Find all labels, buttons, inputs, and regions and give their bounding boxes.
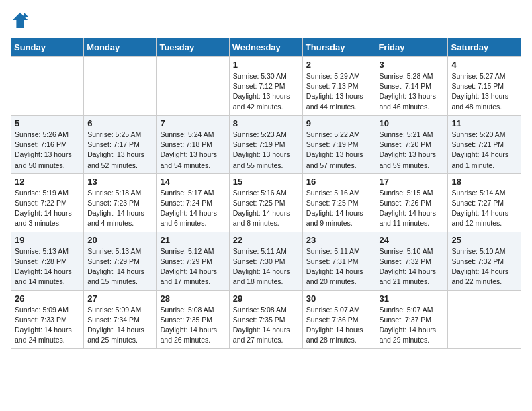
day-number: 15 [233, 177, 299, 187]
day-info: Sunrise: 5:10 AMSunset: 7:32 PMDaylight:… [379, 246, 444, 287]
day-number: 30 [306, 293, 372, 304]
day-number: 2 [306, 60, 372, 70]
calendar-week-row: 1Sunrise: 5:30 AMSunset: 7:12 PMDaylight… [11, 57, 521, 116]
calendar-week-row: 12Sunrise: 5:19 AMSunset: 7:22 PMDayligh… [11, 173, 521, 232]
day-number: 17 [379, 177, 444, 187]
calendar-cell: 18Sunrise: 5:14 AMSunset: 7:27 PMDayligh… [448, 173, 521, 232]
day-info: Sunrise: 5:19 AMSunset: 7:22 PMDaylight:… [15, 188, 80, 229]
calendar-cell: 13Sunrise: 5:18 AMSunset: 7:23 PMDayligh… [84, 173, 157, 232]
calendar-cell: 17Sunrise: 5:15 AMSunset: 7:26 PMDayligh… [375, 173, 448, 232]
day-number: 9 [306, 118, 372, 128]
day-info: Sunrise: 5:25 AMSunset: 7:17 PMDaylight:… [87, 130, 152, 171]
day-info: Sunrise: 5:11 AMSunset: 7:31 PMDaylight:… [306, 246, 372, 287]
calendar-cell: 21Sunrise: 5:12 AMSunset: 7:29 PMDayligh… [157, 232, 229, 290]
day-number: 11 [451, 118, 517, 128]
day-number: 12 [15, 177, 80, 187]
svg-marker-1 [24, 13, 29, 17]
page-header [11, 11, 521, 30]
calendar-cell: 4Sunrise: 5:27 AMSunset: 7:15 PMDaylight… [448, 57, 521, 116]
day-info: Sunrise: 5:07 AMSunset: 7:37 PMDaylight:… [379, 305, 444, 346]
day-number: 23 [306, 235, 372, 245]
calendar-cell: 19Sunrise: 5:13 AMSunset: 7:28 PMDayligh… [11, 232, 84, 290]
calendar-cell: 3Sunrise: 5:28 AMSunset: 7:14 PMDaylight… [375, 57, 448, 116]
day-info: Sunrise: 5:22 AMSunset: 7:19 PMDaylight:… [306, 130, 372, 171]
day-number: 20 [87, 235, 152, 245]
day-number: 19 [15, 235, 80, 245]
day-info: Sunrise: 5:18 AMSunset: 7:23 PMDaylight:… [87, 188, 152, 229]
calendar-week-row: 26Sunrise: 5:09 AMSunset: 7:33 PMDayligh… [11, 290, 521, 349]
calendar-cell [448, 290, 521, 349]
day-number: 5 [15, 118, 80, 128]
day-number: 26 [15, 293, 80, 304]
day-number: 16 [306, 177, 372, 187]
calendar-cell: 20Sunrise: 5:13 AMSunset: 7:29 PMDayligh… [84, 232, 157, 290]
day-number: 24 [379, 235, 444, 245]
calendar-cell: 31Sunrise: 5:07 AMSunset: 7:37 PMDayligh… [375, 290, 448, 349]
day-number: 21 [160, 235, 225, 245]
calendar-cell: 9Sunrise: 5:22 AMSunset: 7:19 PMDaylight… [302, 115, 375, 173]
calendar-table: SundayMondayTuesdayWednesdayThursdayFrid… [11, 38, 521, 349]
day-info: Sunrise: 5:16 AMSunset: 7:25 PMDaylight:… [233, 188, 299, 229]
calendar-cell: 6Sunrise: 5:25 AMSunset: 7:17 PMDaylight… [84, 115, 157, 173]
day-info: Sunrise: 5:09 AMSunset: 7:33 PMDaylight:… [15, 305, 80, 346]
day-number: 7 [160, 118, 225, 128]
weekday-header: Friday [375, 38, 448, 57]
day-number: 3 [379, 60, 444, 70]
day-info: Sunrise: 5:13 AMSunset: 7:28 PMDaylight:… [15, 246, 80, 287]
day-number: 1 [233, 60, 299, 70]
day-info: Sunrise: 5:23 AMSunset: 7:19 PMDaylight:… [233, 130, 299, 171]
weekday-header: Thursday [302, 38, 375, 57]
calendar-week-row: 19Sunrise: 5:13 AMSunset: 7:28 PMDayligh… [11, 232, 521, 290]
day-info: Sunrise: 5:24 AMSunset: 7:18 PMDaylight:… [160, 130, 225, 171]
day-number: 18 [451, 177, 517, 187]
calendar-cell: 30Sunrise: 5:07 AMSunset: 7:36 PMDayligh… [302, 290, 375, 349]
weekday-header: Wednesday [229, 38, 302, 57]
day-info: Sunrise: 5:08 AMSunset: 7:35 PMDaylight:… [233, 305, 299, 346]
calendar-cell: 24Sunrise: 5:10 AMSunset: 7:32 PMDayligh… [375, 232, 448, 290]
day-number: 8 [233, 118, 299, 128]
day-info: Sunrise: 5:15 AMSunset: 7:26 PMDaylight:… [379, 188, 444, 229]
day-info: Sunrise: 5:12 AMSunset: 7:29 PMDaylight:… [160, 246, 225, 287]
day-info: Sunrise: 5:16 AMSunset: 7:25 PMDaylight:… [306, 188, 372, 229]
weekday-header: Tuesday [157, 38, 229, 57]
calendar-cell [11, 57, 84, 116]
day-info: Sunrise: 5:29 AMSunset: 7:13 PMDaylight:… [306, 71, 372, 112]
calendar-cell: 29Sunrise: 5:08 AMSunset: 7:35 PMDayligh… [229, 290, 302, 349]
calendar-cell: 2Sunrise: 5:29 AMSunset: 7:13 PMDaylight… [302, 57, 375, 116]
day-info: Sunrise: 5:09 AMSunset: 7:34 PMDaylight:… [87, 305, 152, 346]
day-info: Sunrise: 5:17 AMSunset: 7:24 PMDaylight:… [160, 188, 225, 229]
day-info: Sunrise: 5:26 AMSunset: 7:16 PMDaylight:… [15, 130, 80, 171]
day-number: 31 [379, 293, 444, 304]
weekday-header: Saturday [448, 38, 521, 57]
calendar-cell [84, 57, 157, 116]
day-info: Sunrise: 5:30 AMSunset: 7:12 PMDaylight:… [233, 71, 299, 112]
calendar-cell: 28Sunrise: 5:08 AMSunset: 7:35 PMDayligh… [157, 290, 229, 349]
day-number: 28 [160, 293, 225, 304]
calendar-cell: 25Sunrise: 5:10 AMSunset: 7:32 PMDayligh… [448, 232, 521, 290]
day-number: 27 [87, 293, 152, 304]
calendar-cell: 14Sunrise: 5:17 AMSunset: 7:24 PMDayligh… [157, 173, 229, 232]
day-info: Sunrise: 5:10 AMSunset: 7:32 PMDaylight:… [451, 246, 517, 287]
calendar-cell: 23Sunrise: 5:11 AMSunset: 7:31 PMDayligh… [302, 232, 375, 290]
calendar-cell: 5Sunrise: 5:26 AMSunset: 7:16 PMDaylight… [11, 115, 84, 173]
day-number: 10 [379, 118, 444, 128]
day-number: 29 [233, 293, 299, 304]
calendar-cell: 11Sunrise: 5:20 AMSunset: 7:21 PMDayligh… [448, 115, 521, 173]
day-number: 14 [160, 177, 225, 187]
logo [11, 11, 32, 30]
day-number: 4 [451, 60, 517, 70]
calendar-cell: 26Sunrise: 5:09 AMSunset: 7:33 PMDayligh… [11, 290, 84, 349]
calendar-week-row: 5Sunrise: 5:26 AMSunset: 7:16 PMDaylight… [11, 115, 521, 173]
day-info: Sunrise: 5:11 AMSunset: 7:30 PMDaylight:… [233, 246, 299, 287]
calendar-cell: 7Sunrise: 5:24 AMSunset: 7:18 PMDaylight… [157, 115, 229, 173]
day-info: Sunrise: 5:14 AMSunset: 7:27 PMDaylight:… [451, 188, 517, 229]
logo-icon [11, 11, 30, 30]
day-info: Sunrise: 5:21 AMSunset: 7:20 PMDaylight:… [379, 130, 444, 171]
day-number: 6 [87, 118, 152, 128]
day-info: Sunrise: 5:13 AMSunset: 7:29 PMDaylight:… [87, 246, 152, 287]
day-info: Sunrise: 5:07 AMSunset: 7:36 PMDaylight:… [306, 305, 372, 346]
day-number: 25 [451, 235, 517, 245]
calendar-cell: 1Sunrise: 5:30 AMSunset: 7:12 PMDaylight… [229, 57, 302, 116]
calendar-cell: 27Sunrise: 5:09 AMSunset: 7:34 PMDayligh… [84, 290, 157, 349]
calendar-cell: 22Sunrise: 5:11 AMSunset: 7:30 PMDayligh… [229, 232, 302, 290]
